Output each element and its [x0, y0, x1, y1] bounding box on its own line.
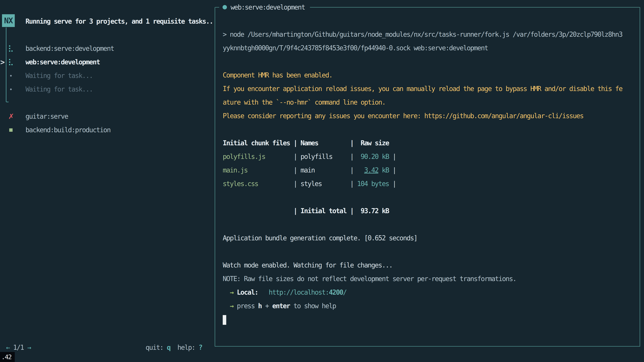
pager-prev-arrow-icon[interactable]: ←: [6, 344, 10, 351]
selection-caret-icon: >: [0, 55, 4, 69]
terminal-text: |: [294, 153, 300, 160]
terminal-text: If you encounter application reload issu…: [223, 85, 622, 92]
task-row-web-serve-development[interactable]: >web:serve:development: [0, 55, 215, 69]
terminal-line: styles.css | styles | 104 bytes |: [223, 177, 640, 191]
task-row-backend-serve-development[interactable]: backend:serve:development: [0, 42, 215, 55]
terminal-line: Application bundle generation complete. …: [223, 231, 640, 245]
terminal-line: [223, 245, 640, 258]
terminal-line: > node /Users/mhartington/Github/guitars…: [223, 28, 640, 41]
terminal-text: | Initial total | 93.72 kB: [223, 207, 389, 215]
terminal-text: |: [350, 153, 357, 160]
terminal-text: [357, 166, 364, 174]
task-row-guitar-serve[interactable]: ✗guitar:serve: [0, 110, 215, 123]
task-label: backend:build:production: [26, 123, 110, 137]
terminal-text: Watch mode enabled. Watching for file ch…: [223, 261, 392, 269]
terminal-line: If you encounter application reload issu…: [223, 82, 640, 95]
terminal-text: styles: [300, 180, 350, 188]
task-label: Waiting for task...: [26, 82, 93, 96]
pager-label: 1/1: [10, 344, 27, 351]
terminal-line: → press h + enter to show help: [223, 299, 640, 313]
terminal-line: | Initial total | 93.72 kB: [223, 204, 640, 218]
task-row-Waiting-for-task-[interactable]: Waiting for task...: [0, 82, 215, 96]
terminal-text: Local:: [237, 289, 258, 296]
local-url-link[interactable]: http://localhost:: [269, 289, 329, 296]
failed-cross-icon: ✗: [6, 110, 16, 123]
task-list: backend:serve:development>web:serve:deve…: [0, 42, 215, 137]
help-hint-label: help:: [170, 344, 199, 351]
terminal-text: Initial chunk files | Names | Raw size: [223, 139, 389, 147]
terminal-line: [223, 55, 640, 68]
terminal-text: polyfills.js: [223, 153, 294, 160]
terminal-text: |: [350, 180, 357, 188]
terminal-line: Please consider reporting any issues you…: [223, 109, 640, 123]
terminal-line: Initial chunk files | Names | Raw size: [223, 136, 640, 150]
terminal-text: |: [389, 180, 396, 188]
terminal-text: press: [237, 302, 258, 310]
terminal-text: yyknnbtgh0000gn/T/9f4c243785f8453e3f00/f…: [223, 44, 488, 52]
terminal-text: polyfills: [300, 153, 350, 160]
terminal-text: NOTE: Raw file sizes do not reflect deve…: [223, 275, 516, 283]
terminal-text: styles.css: [223, 180, 294, 188]
nx-logo-text: NX: [4, 16, 12, 25]
terminal-line: [223, 123, 640, 136]
terminal-line: polyfills.js | polyfills | 90.20 kB |: [223, 150, 640, 163]
terminal-text: ature with the `--no-hmr` command line o…: [223, 98, 386, 106]
terminal-text: h: [258, 302, 262, 310]
task-output-panel: web:serve:development > node /Users/mhar…: [215, 7, 640, 347]
terminal-text: 90.20 kB: [357, 153, 389, 160]
terminal-line: [223, 313, 640, 326]
task-label: Waiting for task...: [26, 69, 93, 82]
terminal-text: →: [223, 302, 237, 310]
terminal-text: Please consider reporting any issues you…: [223, 112, 583, 120]
terminal-line: yyknnbtgh0000gn/T/9f4c243785f8453e3f00/f…: [223, 41, 640, 55]
terminal-text: 3.42: [364, 166, 378, 174]
local-url-link[interactable]: /: [343, 289, 346, 296]
help-key: ?: [198, 344, 202, 351]
spinner-icon: [6, 42, 16, 55]
panel-border-stub: [215, 7, 219, 7]
terminal-text: main: [300, 166, 350, 174]
terminal-line: main.js | main | 3.42 kB |: [223, 163, 640, 177]
terminal-line: → Local: http://localhost:4200/: [223, 286, 640, 299]
terminal-text: > node /Users/mhartington/Github/guitars…: [223, 30, 622, 38]
panel-title: web:serve:development: [230, 3, 305, 11]
success-square-icon: [6, 123, 16, 137]
terminal-text: enter: [272, 302, 290, 310]
terminal-line: [223, 191, 640, 204]
terminal-line: [223, 218, 640, 231]
task-row-Waiting-for-task-[interactable]: Waiting for task...: [0, 69, 215, 82]
task-label: web:serve:development: [26, 55, 100, 69]
terminal-text: |: [389, 166, 396, 174]
run-summary-title: Running serve for 3 projects, and 1 requ…: [26, 15, 213, 28]
terminal-line: Component HMR has been enabled.: [223, 68, 640, 82]
task-label: guitar:serve: [26, 110, 68, 123]
terminal-output: > node /Users/mhartington/Github/guitars…: [215, 7, 640, 326]
terminal-text: +: [262, 302, 272, 310]
keyboard-hints: quit: q help: ?: [146, 341, 202, 354]
waiting-dot-icon: [6, 82, 16, 96]
quit-key: q: [167, 344, 170, 351]
terminal-line: ature with the `--no-hmr` command line o…: [223, 95, 640, 109]
task-row-backend-build-production[interactable]: backend:build:production: [0, 123, 215, 137]
terminal-badge: .42: [0, 352, 15, 362]
task-label: backend:serve:development: [26, 42, 114, 55]
block-cursor: [223, 315, 226, 325]
terminal-text: |: [350, 166, 357, 174]
terminal-text: |: [389, 153, 396, 160]
terminal-text: →: [223, 289, 237, 296]
terminal-text: |: [294, 180, 300, 188]
pager-next-arrow-icon[interactable]: →: [27, 344, 31, 351]
spinner-icon: [6, 55, 16, 69]
quit-hint-label: quit:: [146, 344, 167, 351]
terminal-text: to show help: [290, 302, 336, 310]
terminal-text: main.js: [223, 166, 294, 174]
terminal-text: |: [294, 166, 300, 174]
terminal-text: [258, 289, 269, 296]
local-url-link[interactable]: 4200: [329, 289, 343, 296]
terminal-text: Application bundle generation complete. …: [223, 234, 417, 242]
terminal-text: 104 bytes: [357, 180, 389, 188]
task-runner-sidebar: NX Running serve for 3 projects, and 1 r…: [0, 0, 215, 362]
terminal-line: Watch mode enabled. Watching for file ch…: [223, 258, 640, 272]
panel-border-line: [310, 7, 640, 7]
running-status-dot-icon: [222, 5, 227, 9]
